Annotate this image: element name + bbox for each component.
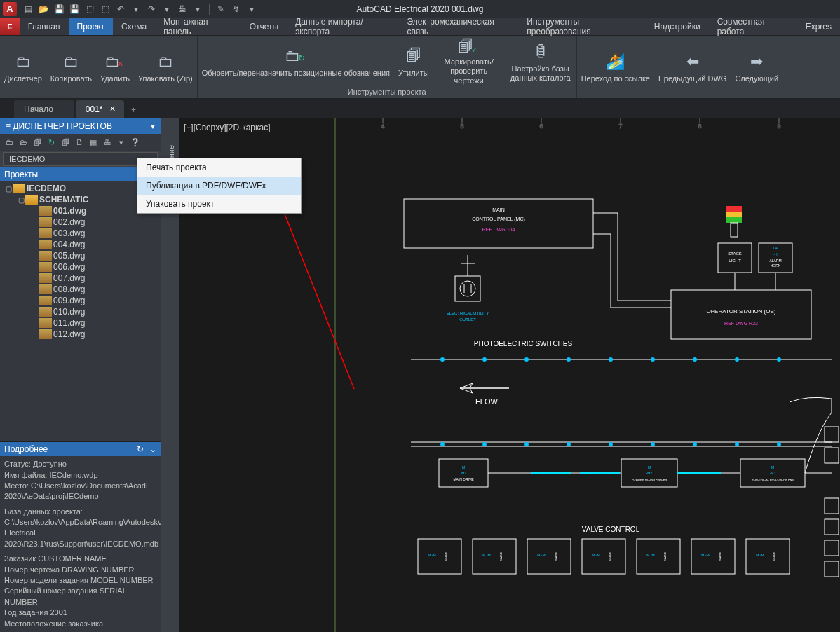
tb-refresh-icon[interactable]: ↻	[45, 136, 57, 149]
qat-dropdown3-icon[interactable]: ▾	[191, 2, 205, 16]
svg-text:04: 04	[773, 246, 778, 250]
prev-dwg-button[interactable]: ⬅Предыдущий DWG	[654, 43, 731, 92]
details-refresh-icon[interactable]: ↻	[137, 444, 144, 454]
next-dwg-button[interactable]: ➡Следующий	[731, 43, 783, 92]
mark-verify-button[interactable]: 🗐✓Маркировать/проверить чертежи	[433, 37, 505, 86]
tab-panel[interactable]: Монтажная панель	[155, 18, 241, 35]
qat-cloud-open-icon[interactable]: ⬚	[83, 2, 97, 16]
svg-point-52	[524, 357, 529, 362]
svg-text:OPERATOR STATION (OS): OPERATOR STATION (OS)	[707, 308, 776, 315]
tree-file[interactable]: 006.dwg	[1, 261, 159, 273]
qat-saveas-icon[interactable]: 💾	[67, 2, 81, 16]
tree-file[interactable]: 009.dwg	[1, 295, 159, 306]
tab-electromech[interactable]: Электромеханическая связь	[398, 18, 518, 35]
tab-conversion[interactable]: Инструменты преобразования	[518, 18, 645, 35]
tb-add-icon[interactable]: 🗋	[73, 136, 86, 149]
dispatcher-button[interactable]: 🗀Диспетчер	[0, 43, 46, 92]
project-tree[interactable]: ▢IECDEMO ▢SCHEMATIC 001.dwg002.dwg003.dw…	[0, 181, 161, 441]
tree-file[interactable]: 001.dwg	[1, 205, 159, 217]
svg-rect-21	[726, 212, 742, 217]
doc-tab-start[interactable]: Начало	[14, 100, 74, 118]
svg-text:M -M: M -M	[428, 553, 435, 557]
qat-new-icon[interactable]: ▤	[21, 2, 35, 16]
tb-new-icon[interactable]: 🗀	[3, 136, 15, 149]
tb-help-icon[interactable]: ❔	[129, 136, 142, 149]
tab-scheme[interactable]: Схема	[113, 18, 155, 35]
zip-button[interactable]: 🗀Упаковать (Zip)	[134, 43, 197, 92]
tb-task-icon[interactable]: ▦	[87, 136, 100, 149]
document-tabs: Начало 001*× +	[0, 99, 840, 118]
qat-dropdown2-icon[interactable]: ▾	[160, 2, 174, 16]
tab-home[interactable]: Главная	[20, 18, 69, 35]
app-icon[interactable]: A	[3, 2, 17, 16]
tree-file[interactable]: 004.dwg	[1, 239, 159, 250]
project-select[interactable]: IECDEMO	[3, 152, 158, 166]
refresh-tags-button[interactable]: 🗀↻Обновить/переназначить позиционные обо…	[198, 37, 394, 86]
surf-link-button[interactable]: 🏄Переход по ссылке	[577, 43, 654, 92]
tree-root[interactable]: ▢IECDEMO	[1, 183, 159, 194]
qat-extra1-icon[interactable]: ✎	[214, 2, 228, 16]
menu-publish-pdf[interactable]: Публикация в PDF/DWF/DWFx	[137, 177, 301, 195]
svg-rect-20	[726, 206, 742, 212]
svg-point-53	[567, 357, 571, 362]
tab-import-export[interactable]: Данные импорта/экспорта	[287, 18, 398, 35]
tb-open-icon[interactable]: 🗁	[17, 136, 29, 149]
utilities-button[interactable]: 🗐Утилиты	[394, 37, 433, 86]
svg-text:VALVE: VALVE	[663, 552, 667, 561]
svg-text:9: 9	[777, 123, 780, 130]
doc-tab-001[interactable]: 001*×	[76, 100, 124, 118]
tab-collab[interactable]: Совместная работа	[709, 18, 797, 35]
tab-project[interactable]: Проект	[69, 18, 114, 35]
svg-rect-91	[825, 427, 839, 442]
delete-button[interactable]: 🗀✕Удалить	[96, 43, 134, 92]
catalog-db-button[interactable]: 🛢Настройка базы данных каталога	[505, 37, 576, 86]
svg-text:M: M	[648, 465, 651, 469]
svg-rect-13	[404, 199, 593, 248]
qat-more-icon[interactable]: ▾	[245, 2, 259, 16]
qat-redo-icon[interactable]: ↷	[144, 2, 158, 16]
tree-file[interactable]: 012.dwg	[1, 329, 159, 340]
svg-text:MAIN: MAIN	[492, 207, 505, 212]
svg-text:M -M: M -M	[646, 553, 654, 557]
tb-drop-icon[interactable]: ▾	[115, 136, 128, 149]
qat-save-icon[interactable]: 💾	[52, 2, 66, 16]
svg-text:-H: -H	[773, 252, 778, 256]
svg-text:LIGHT: LIGHT	[729, 259, 741, 263]
tree-file[interactable]: 002.dwg	[1, 217, 159, 228]
app-menu-button[interactable]: E	[0, 18, 20, 35]
tree-file[interactable]: 011.dwg	[1, 317, 159, 329]
tree-file[interactable]: 003.dwg	[1, 228, 159, 239]
qat-cloud-save-icon[interactable]: ⬚	[98, 2, 112, 16]
qat-open-icon[interactable]: 📂	[36, 2, 50, 16]
qat-dropdown-icon[interactable]: ▾	[129, 2, 143, 16]
folder-x-icon: 🗀✕	[104, 50, 126, 73]
svg-text:ELECTRICAL UTILITY: ELECTRICAL UTILITY	[447, 311, 489, 315]
tb-list-icon[interactable]: 🗐	[31, 136, 43, 149]
tree-folder-schematic[interactable]: ▢SCHEMATIC	[1, 194, 159, 205]
viewport-label[interactable]: [−][Сверху][2D-каркас]	[184, 123, 271, 132]
menu-print-project[interactable]: Печать проекта	[137, 158, 301, 177]
folder-zip-icon: 🗀	[154, 50, 177, 73]
sidebar-chevron-icon[interactable]: ▾	[151, 121, 155, 131]
tab-addins[interactable]: Надстройки	[646, 18, 709, 35]
copy-button[interactable]: 🗀Копировать	[46, 43, 96, 92]
detail-customer: Заказчик CUSTOMER NAME	[4, 554, 156, 564]
qat-extra2-icon[interactable]: ↯	[229, 2, 243, 16]
qat-print-icon[interactable]: 🖶	[175, 2, 189, 16]
tb-pub-icon[interactable]: 🖶	[101, 136, 114, 149]
close-icon[interactable]: ×	[110, 105, 118, 114]
tb-util-icon[interactable]: 🗐	[59, 136, 72, 149]
menu-pack-project[interactable]: Упаковать проект	[137, 195, 301, 213]
detail-year: Год задания 2001	[4, 607, 156, 618]
tree-file[interactable]: 010.dwg	[1, 306, 159, 317]
tab-reports[interactable]: Отчеты	[241, 18, 287, 35]
tree-file[interactable]: 005.dwg	[1, 250, 159, 261]
svg-text:M -M: M -M	[701, 553, 709, 557]
qat-undo-icon[interactable]: ↶	[114, 2, 128, 16]
details-collapse-icon[interactable]: ⌄	[149, 444, 156, 454]
add-tab-button[interactable]: +	[126, 102, 142, 118]
tree-file[interactable]: 008.dwg	[1, 284, 159, 295]
tab-express[interactable]: Expres	[797, 18, 840, 35]
tree-file[interactable]: 007.dwg	[1, 273, 159, 284]
svg-rect-107	[582, 539, 625, 574]
